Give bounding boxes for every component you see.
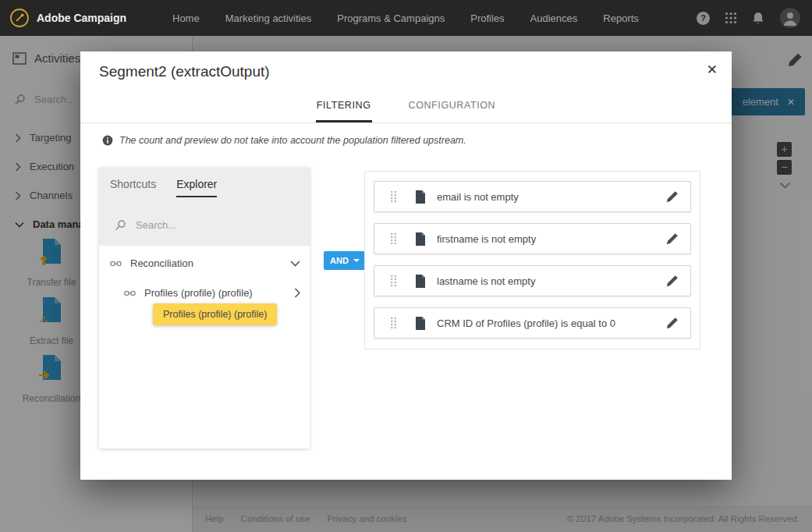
condition-row-lastname[interactable]: lastname is not empty <box>374 265 691 296</box>
condition-row-email[interactable]: email is not empty <box>374 181 691 212</box>
help-icon[interactable]: ? <box>697 12 710 25</box>
explorer-tree: Reconciliation Profiles (profile) (profi… <box>99 246 310 449</box>
edit-pencil-icon[interactable] <box>666 275 679 288</box>
explorer-search-input[interactable] <box>136 219 296 231</box>
user-avatar[interactable] <box>779 7 801 29</box>
drag-handle-icon[interactable] <box>390 232 397 245</box>
drag-handle-icon[interactable] <box>390 190 397 203</box>
explorer-tabs: Shortcuts Explorer <box>110 178 217 197</box>
chevron-down-icon[interactable] <box>290 261 300 267</box>
file-icon <box>415 275 426 288</box>
dialog-title: Segment2 (extractOutput) <box>99 51 270 92</box>
top-navigation-bar: Adobe Campaign Home Marketing activities… <box>0 0 812 36</box>
brand-title: Adobe Campaign <box>37 12 126 24</box>
nav-home[interactable]: Home <box>172 12 200 24</box>
info-icon <box>102 135 113 146</box>
link-icon <box>109 259 123 268</box>
topbar-utilities: ? <box>697 0 801 36</box>
chevron-right-icon[interactable] <box>294 288 300 298</box>
explorer-search <box>115 219 296 231</box>
nav-profiles[interactable]: Profiles <box>470 12 504 24</box>
notifications-bell-icon[interactable] <box>752 12 764 25</box>
file-icon <box>415 190 426 204</box>
condition-label: lastname is not empty <box>437 275 535 287</box>
condition-label: firstname is not empty <box>437 233 536 245</box>
condition-label: CRM ID of Profiles (profile) is equal to… <box>437 317 615 329</box>
nav-marketing-activities[interactable]: Marketing activities <box>225 12 312 24</box>
adobe-campaign-logo-icon <box>9 8 30 28</box>
condition-row-firstname[interactable]: firstname is not empty <box>374 223 691 254</box>
tree-node-label: Reconciliation <box>130 257 193 269</box>
nav-programs-campaigns[interactable]: Programs & Campaigns <box>337 12 445 24</box>
conditions-container: email is not empty <box>364 171 700 349</box>
brand: Adobe Campaign <box>9 0 126 36</box>
app-launcher-icon[interactable] <box>725 12 737 24</box>
drag-handle-icon[interactable] <box>390 275 397 287</box>
condition-row-crm-id[interactable]: CRM ID of Profiles (profile) is equal to… <box>374 307 691 339</box>
edit-pencil-icon[interactable] <box>666 232 679 246</box>
operator-label: AND <box>330 256 349 265</box>
tab-configuration[interactable]: CONFIGURATION <box>408 90 497 122</box>
edit-pencil-icon[interactable] <box>666 190 679 204</box>
operator-and-dropdown[interactable]: AND <box>324 251 366 270</box>
tab-filtering[interactable]: FILTERING <box>316 90 372 122</box>
explorer-header: Shortcuts Explorer <box>99 168 310 246</box>
tree-node-label: Profiles (profile) (profile) <box>144 287 253 299</box>
dialog-header: Segment2 (extractOutput) ✕ <box>80 51 732 90</box>
search-icon <box>115 219 126 231</box>
condition-label: email is not empty <box>437 191 519 203</box>
nav-audiences[interactable]: Audiences <box>530 12 578 24</box>
drag-handle-icon[interactable] <box>390 317 397 329</box>
info-note: The count and preview do not take into a… <box>80 123 732 146</box>
adobe-campaign-app: Adobe Campaign Home Marketing activities… <box>0 0 812 532</box>
top-nav-links: Home Marketing activities Programs & Cam… <box>172 0 639 36</box>
explorer-panel: Shortcuts Explorer <box>99 168 310 449</box>
tab-explorer[interactable]: Explorer <box>176 178 217 197</box>
tree-node-profiles[interactable]: Profiles (profile) (profile) <box>123 287 300 299</box>
link-icon <box>123 289 137 298</box>
file-icon <box>415 232 426 246</box>
file-icon <box>415 317 426 330</box>
dragged-node-profiles[interactable]: Profiles (profile) (profile) <box>153 303 277 325</box>
dialog-tabs: FILTERING CONFIGURATION <box>80 90 732 123</box>
chevron-down-icon <box>353 259 360 262</box>
edit-pencil-icon[interactable] <box>666 317 679 330</box>
tree-node-reconciliation[interactable]: Reconciliation <box>109 257 300 269</box>
nav-reports[interactable]: Reports <box>603 12 639 24</box>
segment-dialog: Segment2 (extractOutput) ✕ FILTERING CON… <box>80 51 732 480</box>
tab-shortcuts[interactable]: Shortcuts <box>110 178 156 197</box>
info-note-text: The count and preview do not take into a… <box>119 135 466 146</box>
close-icon[interactable]: ✕ <box>707 63 718 76</box>
